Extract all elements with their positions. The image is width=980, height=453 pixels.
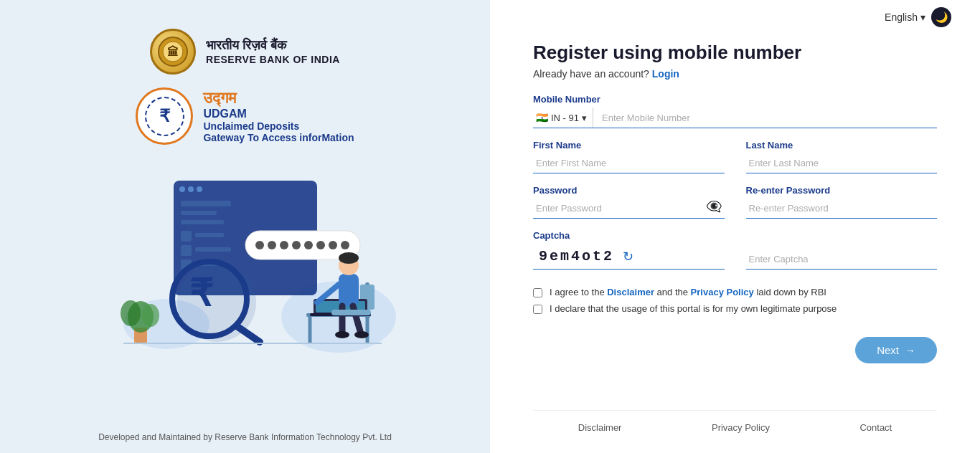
form-footer: Disclaimer Privacy Policy Contact — [533, 410, 937, 439]
last-name-field: Last Name — [746, 140, 938, 173]
svg-point-50 — [121, 300, 141, 326]
moon-icon: 🌙 — [936, 11, 948, 23]
captcha-input[interactable] — [746, 249, 938, 270]
next-button-label: Next — [877, 344, 899, 356]
illustration: ₹ — [95, 159, 396, 353]
chevron-down-icon: ▾ — [582, 113, 587, 123]
reenter-password-field: Re-enter Password — [746, 185, 938, 219]
next-button[interactable]: Next → — [855, 337, 937, 363]
disclaimer-checkbox[interactable] — [533, 288, 542, 297]
svg-rect-10 — [181, 211, 217, 215]
udgam-name-text: UDGAM — [203, 108, 354, 120]
mobile-label: Mobile Number — [533, 94, 937, 105]
disclaimer-checkbox-row[interactable]: I agree to the Disclaimer and the Privac… — [533, 287, 937, 297]
svg-rect-13 — [195, 233, 224, 237]
rbi-hindi-text: भारतीय रिज़र्व बैंक — [206, 38, 340, 54]
language-selector[interactable]: English ▾ — [885, 11, 925, 23]
disclaimer-text: I agree to the Disclaimer and the Privac… — [550, 287, 826, 297]
svg-rect-9 — [181, 201, 231, 206]
udgam-logo: ₹ उद्गम UDGAM Unclaimed Deposits Gateway… — [136, 87, 354, 145]
checkbox-section: I agree to the Disclaimer and the Privac… — [533, 287, 937, 314]
captcha-field: Captcha 9em4ot2 ↻ — [533, 230, 937, 270]
arrow-right-icon: → — [905, 344, 915, 356]
password-input[interactable] — [533, 199, 725, 219]
footer-disclaimer-link[interactable]: Disclaimer — [578, 422, 622, 433]
top-bar: English ▾ 🌙 — [533, 0, 951, 31]
login-link[interactable]: Login — [652, 68, 679, 80]
reenter-password-input[interactable] — [746, 199, 938, 219]
svg-rect-11 — [181, 220, 224, 224]
svg-point-45 — [335, 331, 349, 338]
captcha-row: 9em4ot2 ↻ — [533, 244, 937, 270]
svg-point-7 — [188, 186, 194, 192]
captcha-display-box: 9em4ot2 ↻ — [533, 244, 725, 270]
mobile-input[interactable] — [599, 108, 937, 128]
svg-rect-15 — [195, 247, 231, 252]
eye-icon[interactable]: 👁‍🗨 — [706, 199, 722, 214]
svg-rect-12 — [181, 231, 192, 242]
login-link-row: Already have an account? Login — [533, 68, 937, 80]
svg-point-8 — [197, 186, 202, 192]
svg-rect-39 — [339, 274, 359, 306]
last-name-input[interactable] — [746, 153, 938, 173]
disclaimer-link[interactable]: Disclaimer — [607, 287, 654, 297]
rbi-coin-icon: 🏛 — [150, 29, 196, 75]
first-name-label: First Name — [533, 140, 725, 151]
button-row: Next → — [533, 325, 937, 363]
first-name-field: First Name — [533, 140, 725, 173]
svg-point-19 — [255, 241, 264, 249]
udgam-hindi-text: उद्गम — [203, 89, 354, 108]
footer-privacy-link[interactable]: Privacy Policy — [712, 422, 770, 433]
udgam-circle-icon: ₹ — [136, 87, 193, 145]
password-field: Password 👁‍🗨 — [533, 185, 725, 219]
rbi-english-text: RESERVE BANK OF INDIA — [206, 54, 340, 65]
chevron-down-icon: ▾ — [920, 11, 925, 23]
rbi-text-block: भारतीय रिज़र्व बैंक RESERVE BANK OF INDI… — [206, 38, 340, 65]
svg-text:₹: ₹ — [189, 272, 213, 314]
left-panel: 🏛 भारतीय रिज़र्व बैंक RESERVE BANK OF IN… — [0, 0, 490, 453]
footer-contact-link[interactable]: Contact — [859, 422, 892, 433]
password-row: Password 👁‍🗨 Re-enter Password — [533, 185, 937, 219]
udgam-text-block: उद्गम UDGAM Unclaimed Deposits Gateway T… — [203, 89, 354, 143]
name-row: First Name Last Name — [533, 140, 937, 173]
svg-text:🏛: 🏛 — [167, 45, 179, 58]
already-account-text: Already have an account? — [533, 68, 649, 80]
udgam-tagline1-text: Unclaimed Deposits — [203, 120, 354, 132]
svg-rect-47 — [331, 310, 371, 315]
password-label: Password — [533, 185, 725, 196]
right-panel: English ▾ 🌙 Register using mobile number… — [490, 0, 980, 453]
svg-point-26 — [341, 241, 349, 249]
svg-rect-14 — [181, 245, 192, 256]
logo-area: 🏛 भारतीय रिज़र्व बैंक RESERVE BANK OF IN… — [136, 29, 354, 145]
svg-point-20 — [268, 241, 276, 249]
captcha-text: 9em4ot2 — [533, 244, 620, 269]
svg-point-41 — [339, 252, 359, 264]
flag-icon: 🇮🇳 — [536, 112, 548, 123]
svg-point-21 — [280, 241, 288, 249]
country-code-text: IN - 91 — [551, 113, 579, 123]
svg-point-51 — [142, 304, 159, 327]
page-title: Register using mobile number — [533, 42, 937, 64]
first-name-input[interactable] — [533, 153, 725, 173]
rbi-logo: 🏛 भारतीय रिज़र्व बैंक RESERVE BANK OF IN… — [150, 29, 340, 75]
purpose-checkbox[interactable] — [533, 305, 542, 314]
left-footer-text: Developed and Maintained by Reserve Bank… — [0, 432, 490, 442]
dark-mode-button[interactable]: 🌙 — [931, 7, 951, 27]
purpose-text: I declare that the usage of this portal … — [550, 303, 837, 314]
refresh-icon[interactable]: ↻ — [620, 246, 636, 267]
svg-point-24 — [316, 241, 325, 249]
privacy-policy-link[interactable]: Privacy Policy — [691, 287, 754, 297]
registration-form: Mobile Number 🇮🇳 IN - 91 ▾ First Name La… — [533, 94, 937, 363]
reenter-password-label: Re-enter Password — [746, 185, 938, 196]
purpose-checkbox-row[interactable]: I declare that the usage of this portal … — [533, 303, 937, 314]
country-code-selector[interactable]: 🇮🇳 IN - 91 ▾ — [533, 108, 593, 128]
svg-point-22 — [292, 241, 301, 249]
mobile-number-field: Mobile Number 🇮🇳 IN - 91 ▾ — [533, 94, 937, 128]
captcha-label: Captcha — [533, 230, 937, 241]
udgam-tagline2-text: Gateway To Access inforMation — [203, 132, 354, 143]
language-label: English — [885, 11, 918, 23]
captcha-input-group — [746, 249, 938, 270]
mobile-row: 🇮🇳 IN - 91 ▾ — [533, 108, 937, 128]
last-name-label: Last Name — [746, 140, 938, 151]
svg-point-46 — [354, 331, 369, 338]
